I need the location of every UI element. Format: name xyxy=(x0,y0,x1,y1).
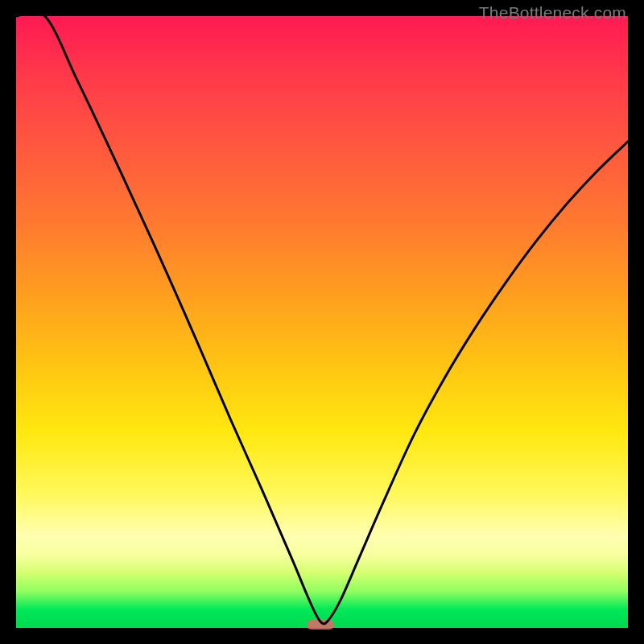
chart-frame: TheBottleneck.com xyxy=(0,0,644,644)
watermark-text: TheBottleneck.com xyxy=(479,3,626,23)
plot-area xyxy=(16,16,628,628)
curve-path xyxy=(16,16,628,624)
bottleneck-curve xyxy=(16,16,628,628)
